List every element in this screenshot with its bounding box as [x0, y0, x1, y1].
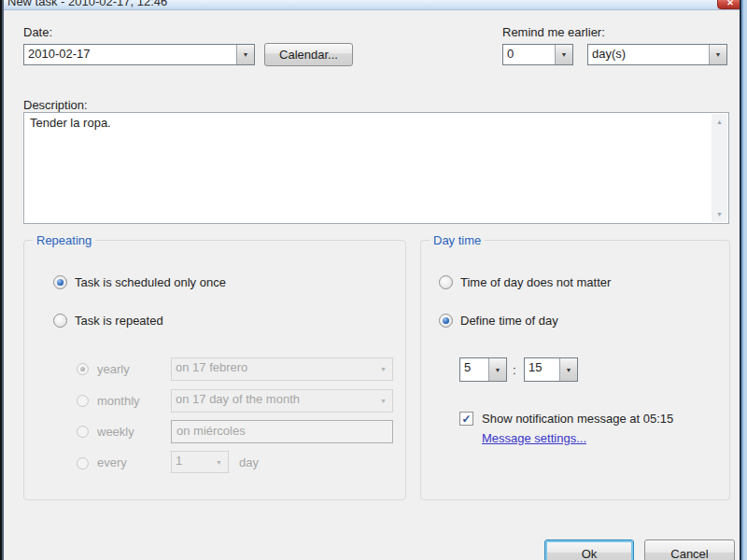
calendar-button[interactable]: Calendar... — [264, 43, 353, 66]
ok-button[interactable]: Ok — [544, 539, 634, 560]
remind-count-combobox[interactable]: 0 ▼ — [502, 44, 573, 65]
radio-define-time-label[interactable]: Define time of day — [460, 314, 558, 328]
remind-unit-value: day(s) — [588, 45, 709, 64]
date-value: 2010-02-17 — [24, 45, 236, 64]
notification-checkbox[interactable]: ✓ — [459, 412, 473, 426]
radio-task-once[interactable] — [53, 275, 67, 289]
hour-value: 5 — [460, 358, 488, 381]
remind-unit-combobox[interactable]: day(s) ▼ — [587, 44, 727, 65]
chevron-down-icon[interactable]: ▼ — [488, 358, 506, 381]
radio-monthly[interactable] — [77, 395, 89, 407]
yearly-value: on 17 febrero — [172, 358, 374, 380]
radio-yearly[interactable] — [77, 363, 89, 375]
date-label: Date: — [23, 25, 52, 39]
chevron-down-icon[interactable]: ▼ — [559, 358, 577, 381]
scroll-up-icon[interactable]: ▲ — [712, 114, 727, 130]
radio-yearly-label: yearly — [97, 362, 130, 376]
radio-weekly[interactable] — [77, 426, 89, 438]
chevron-down-icon[interactable]: ▼ — [374, 358, 392, 380]
chevron-down-icon[interactable]: ▼ — [236, 45, 254, 64]
minute-combobox[interactable]: 15 ▼ — [524, 357, 578, 382]
notification-label[interactable]: Show notification message at 05:15 — [482, 412, 673, 426]
repeating-group-title: Repeating — [33, 233, 95, 247]
minute-value: 15 — [525, 358, 559, 381]
radio-weekly-label: weekly — [97, 425, 134, 439]
monthly-value: on 17 day of the month — [172, 390, 374, 412]
description-label: Description: — [23, 98, 88, 112]
description-scrollbar[interactable]: ▲ ▼ — [712, 114, 727, 222]
radio-no-time[interactable] — [439, 275, 453, 289]
hour-combobox[interactable]: 5 ▼ — [459, 357, 507, 382]
radio-define-time[interactable] — [439, 314, 453, 328]
new-task-dialog: New task - 2010-02-17, 12:46 ✕ Date: 201… — [0, 0, 747, 560]
chevron-down-icon[interactable]: ▼ — [709, 45, 726, 64]
radio-no-time-label[interactable]: Time of day does not matter — [460, 275, 611, 289]
daytime-group-title: Day time — [430, 233, 485, 247]
radio-every-label: every — [97, 455, 127, 469]
scroll-down-icon[interactable]: ▼ — [712, 206, 727, 222]
description-text: Tender la ropa. — [30, 116, 706, 130]
message-settings-link[interactable]: Message settings... — [482, 431, 586, 445]
remind-label: Remind me earlier: — [502, 25, 605, 39]
window-title: New task - 2010-02-17, 12:46 — [7, 0, 167, 8]
radio-every[interactable] — [77, 457, 89, 469]
radio-task-repeated[interactable] — [53, 314, 67, 328]
every-count-value: 1 — [172, 452, 210, 472]
every-count-combobox[interactable]: 1 ▼ — [171, 451, 229, 473]
cancel-button[interactable]: Cancel — [644, 539, 735, 560]
weekly-textbox[interactable]: on miércoles — [171, 420, 393, 443]
chevron-down-icon[interactable]: ▼ — [374, 390, 392, 412]
radio-task-repeated-label[interactable]: Task is repeated — [75, 314, 163, 328]
window-border-left — [0, 0, 4, 560]
every-unit-label: day — [239, 455, 259, 469]
date-combobox[interactable]: 2010-02-17 ▼ — [23, 44, 255, 65]
description-textarea[interactable]: Tender la ropa. ▲ ▼ — [23, 112, 729, 224]
time-separator: : — [513, 363, 516, 377]
radio-task-once-label[interactable]: Task is scheduled only once — [75, 275, 226, 289]
title-bar: New task - 2010-02-17, 12:46 — [0, 0, 747, 10]
window-border-right — [740, 0, 747, 560]
remind-count-value: 0 — [503, 45, 555, 64]
chevron-down-icon[interactable]: ▼ — [555, 45, 572, 64]
monthly-combobox[interactable]: on 17 day of the month ▼ — [171, 389, 393, 413]
yearly-combobox[interactable]: on 17 febrero ▼ — [171, 357, 393, 381]
radio-monthly-label: monthly — [97, 394, 140, 408]
chevron-down-icon[interactable]: ▼ — [210, 452, 228, 472]
